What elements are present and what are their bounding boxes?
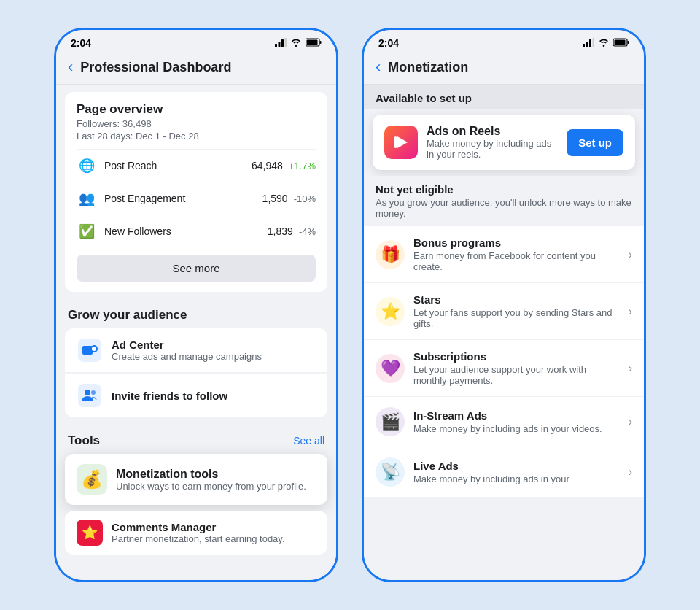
invite-icon: [77, 382, 103, 409]
phone2-content: Available to set up Ads on Reels Make mo…: [364, 85, 644, 580]
subs-sublabel: Let your audience support your work with…: [413, 364, 620, 386]
svg-rect-1: [279, 42, 281, 47]
reach-label: Post Reach: [104, 160, 252, 171]
bonus-chevron: ›: [629, 248, 632, 261]
instream-label: In-Stream Ads: [413, 409, 620, 422]
bonus-sublabel: Earn money from Facebook for content you…: [413, 250, 620, 272]
monetize-list: 🎁 Bonus programs Earn money from Faceboo…: [364, 226, 644, 498]
ad-center-card[interactable]: Ad Center Create ads and manage campaign…: [65, 328, 327, 372]
monetization-icon: 💰: [77, 464, 107, 495]
bonus-icon: 🎁: [376, 240, 405, 269]
followers-icon: ✅: [77, 221, 97, 242]
instream-ads-item[interactable]: 🎬 In-Stream Ads Make money by including …: [364, 397, 644, 447]
back-button-2[interactable]: ‹: [376, 58, 381, 77]
setup-button[interactable]: Set up: [567, 129, 623, 156]
engagement-change: -10%: [294, 193, 316, 204]
tools-header: Tools See all: [65, 425, 327, 454]
ads-reels-sublabel: Make money by including ads in your reel…: [427, 138, 558, 160]
available-section: Available to set up: [364, 85, 644, 109]
ads-reels-icon: [384, 126, 418, 159]
svg-rect-6: [307, 39, 318, 45]
phone-monetization: 2:04 ‹ Monetization Available to set up: [362, 28, 646, 582]
see-more-button[interactable]: See more: [77, 255, 316, 282]
battery-icon: [306, 38, 322, 49]
monetization-tooltip[interactable]: 💰 Monetization tools Unlock ways to earn…: [65, 454, 327, 505]
svg-rect-0: [275, 44, 277, 47]
monetization-text: Monetization tools Unlock ways to earn m…: [116, 468, 306, 492]
ad-center-sublabel: Create ads and manage campaigns: [112, 351, 262, 362]
grow-section: Grow your audience Ad Center Create ads …: [65, 299, 327, 417]
tools-title: Tools: [68, 433, 100, 448]
ads-on-reels-card: Ads on Reels Make money by including ads…: [373, 115, 635, 170]
svg-point-12: [85, 390, 90, 395]
stars-item[interactable]: ⭐ Stars Let your fans support you by sen…: [364, 283, 644, 340]
back-button-1[interactable]: ‹: [68, 58, 73, 77]
followers-label: New Followers: [104, 225, 268, 237]
comments-manager-card[interactable]: ⭐ Comments Manager Partner monetization,…: [65, 511, 327, 555]
subs-icon: 💜: [376, 354, 405, 383]
stars-chevron: ›: [629, 305, 632, 318]
svg-rect-19: [628, 41, 629, 44]
stars-icon: ⭐: [376, 297, 405, 326]
phones-container: 2:04 ‹ Professional Dashboard Page overv…: [32, 6, 668, 604]
live-ads-item[interactable]: 📡 Live Ads Make money by including ads i…: [364, 447, 644, 498]
bonus-programs-item[interactable]: 🎁 Bonus programs Earn money from Faceboo…: [364, 226, 644, 283]
metric-row-reach: 🌐 Post Reach 64,948 +1.7%: [77, 149, 316, 182]
not-eligible-section: Not yet eligible As you grow your audien…: [364, 176, 644, 226]
metric-row-followers: ✅ New Followers 1,839 -4%: [77, 215, 316, 247]
invite-friends-text: Invite friends to follow: [112, 390, 228, 402]
page-overview-section: Page overview Followers: 36,498 Last 28 …: [65, 92, 327, 292]
ads-reels-label: Ads on Reels: [427, 125, 558, 138]
comments-icon: ⭐: [77, 520, 103, 546]
subs-label: Subscriptions: [413, 350, 620, 363]
status-icons-1: [275, 38, 322, 49]
svg-point-10: [92, 347, 96, 351]
invite-friends-label: Invite friends to follow: [112, 390, 228, 402]
nav-title-1: Professional Dashboard: [80, 60, 231, 75]
battery-icon-2: [613, 38, 629, 49]
instream-text: In-Stream Ads Make money by including ad…: [413, 409, 620, 434]
followers-value: 1,839: [268, 225, 293, 237]
svg-point-13: [91, 390, 96, 395]
wifi-icon-2: [598, 38, 610, 49]
svg-marker-21: [397, 136, 408, 148]
signal-icon-2: [583, 38, 594, 49]
followers-text: Followers: 36,498: [77, 118, 316, 129]
svg-rect-14: [583, 44, 585, 47]
not-eligible-sub: As you grow your audience, you'll unlock…: [376, 197, 632, 219]
monetization-label: Monetization tools: [116, 468, 306, 481]
reach-icon: 🌐: [77, 155, 97, 176]
svg-rect-2: [281, 39, 284, 47]
nav-title-2: Monetization: [388, 60, 468, 75]
svg-rect-3: [285, 38, 287, 47]
instream-icon: 🎬: [376, 407, 405, 436]
signal-icon: [275, 38, 287, 49]
invite-friends-card[interactable]: Invite friends to follow: [65, 374, 327, 417]
metrics-list: 🌐 Post Reach 64,948 +1.7% 👥 Post Engagem…: [77, 149, 316, 247]
live-chevron: ›: [629, 466, 632, 479]
followers-change: -4%: [299, 226, 316, 237]
grow-title: Grow your audience: [65, 299, 327, 328]
subs-chevron: ›: [629, 362, 632, 375]
see-all-button[interactable]: See all: [293, 435, 324, 447]
ad-center-icon: [77, 337, 103, 363]
status-icons-2: [583, 38, 629, 49]
stars-sublabel: Let your fans support you by sending Sta…: [413, 307, 620, 329]
subs-text: Subscriptions Let your audience support …: [413, 350, 620, 386]
status-bar-2: 2:04: [364, 30, 644, 52]
date-range: Last 28 days: Dec 1 - Dec 28: [77, 131, 316, 142]
comments-label: Comments Manager: [112, 521, 285, 533]
reach-change: +1.7%: [289, 161, 316, 171]
time-2: 2:04: [378, 37, 399, 49]
comments-sublabel: Partner monetization, start earning toda…: [112, 533, 285, 544]
live-icon: 📡: [376, 458, 405, 487]
svg-rect-11: [78, 384, 101, 407]
bonus-text: Bonus programs Earn money from Facebook …: [413, 236, 620, 272]
comments-text: Comments Manager Partner monetization, s…: [112, 521, 285, 544]
metric-row-engagement: 👥 Post Engagement 1,590 -10%: [77, 182, 316, 215]
available-title: Available to set up: [376, 92, 632, 104]
subscriptions-item[interactable]: 💜 Subscriptions Let your audience suppor…: [364, 340, 644, 397]
live-text: Live Ads Make money by including ads in …: [413, 460, 620, 484]
phone-dashboard: 2:04 ‹ Professional Dashboard Page overv…: [54, 28, 338, 582]
engagement-value: 1,590: [262, 193, 288, 204]
